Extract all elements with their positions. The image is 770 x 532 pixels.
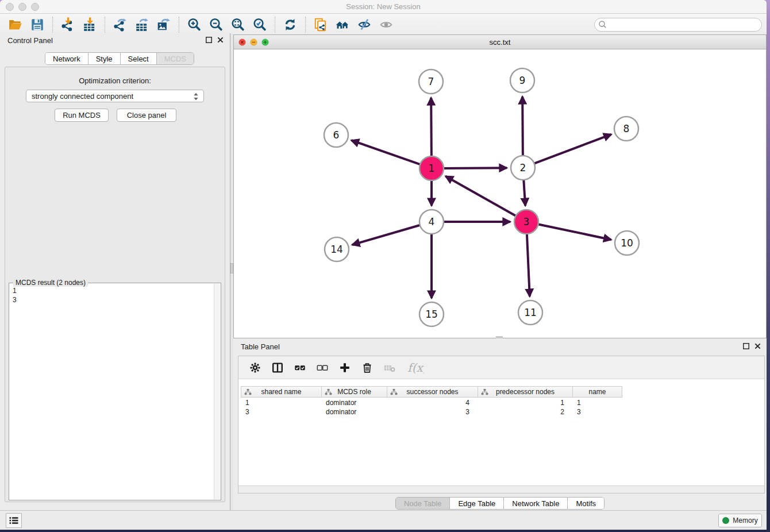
node-label-10: 10 — [621, 237, 633, 249]
show-columns-button[interactable] — [270, 360, 285, 375]
column-header-shared-name[interactable]: shared name — [241, 387, 322, 397]
toolbar-separator — [275, 17, 275, 33]
cell-name[interactable]: 1 — [572, 398, 621, 407]
column-header-MCDS-role[interactable]: MCDS role — [322, 387, 387, 397]
table-panel-title: Table Panel — [241, 342, 280, 351]
refresh-layout-button[interactable] — [279, 16, 301, 34]
column-header-successor-nodes[interactable]: successor nodes — [387, 387, 478, 397]
node-label-11: 11 — [524, 307, 537, 318]
column-header-name[interactable]: name — [573, 387, 622, 397]
float-panel-icon[interactable] — [205, 36, 213, 45]
edge-1-7[interactable] — [431, 98, 432, 158]
node-label-3: 3 — [523, 216, 530, 228]
main-toolbar — [0, 14, 767, 36]
select-all-checkboxes-button[interactable] — [292, 360, 307, 375]
cell-successor-nodes[interactable]: 3 — [387, 407, 478, 417]
save-session-button[interactable] — [26, 16, 48, 34]
add-column-button[interactable] — [337, 360, 352, 375]
edge-2-3[interactable] — [523, 178, 525, 206]
network-resize-handle[interactable] — [496, 336, 503, 338]
zoom-out-button[interactable] — [205, 16, 227, 34]
cell-name[interactable]: 3 — [572, 407, 621, 417]
cell-predecessor-nodes[interactable]: 2 — [478, 407, 572, 417]
close-panel-icon[interactable] — [217, 36, 224, 45]
task-history-button[interactable] — [6, 513, 22, 528]
edge-1-6[interactable] — [351, 140, 422, 165]
table-hscrollbar[interactable] — [238, 485, 764, 493]
node-label-7: 7 — [428, 76, 434, 87]
table-toolbar: f(x) — [238, 356, 764, 379]
toolbar-separator — [179, 17, 179, 33]
edge-3-10[interactable] — [537, 224, 611, 240]
control-panel-tabs: NetworkStyleSelectMCDS — [45, 52, 194, 65]
zoom-selected-button[interactable] — [249, 16, 271, 34]
export-image-button[interactable] — [153, 16, 175, 34]
tab-node-table[interactable]: Node Table — [396, 498, 451, 509]
cell-MCDS-role[interactable]: dominator — [321, 398, 387, 407]
edge-1-2[interactable] — [442, 168, 507, 168]
cell-successor-nodes[interactable]: 4 — [387, 398, 478, 407]
tab-select[interactable]: Select — [121, 53, 157, 64]
app-titlebar: Session: New Session — [0, 0, 767, 14]
delete-column-button[interactable] — [360, 360, 375, 375]
table-panel-header: Table Panel — [233, 340, 767, 354]
zoom-in-button[interactable] — [183, 16, 205, 34]
node-table-block: f(x) shared nameMCDS rolesuccessor nodes… — [238, 356, 765, 494]
control-panel-header: Control Panel — [0, 33, 230, 48]
table-column-headers: shared nameMCDS rolesuccessor nodesprede… — [241, 386, 622, 398]
import-table-button[interactable] — [79, 16, 101, 34]
node-label-14: 14 — [330, 244, 343, 255]
edge-3-11[interactable] — [527, 232, 530, 296]
edge-4-14[interactable] — [352, 225, 422, 245]
node-label-4: 4 — [429, 216, 435, 228]
close-panel-button[interactable]: Close panel — [117, 109, 176, 122]
settings-gear-button[interactable] — [248, 360, 263, 375]
search-input[interactable] — [594, 18, 762, 32]
show-all-button — [375, 16, 397, 34]
tab-network-table[interactable]: Network Table — [504, 498, 568, 509]
status-bar: Memory — [0, 510, 767, 530]
float-table-panel-icon[interactable] — [742, 342, 750, 352]
node-label-15: 15 — [425, 309, 438, 320]
edge-2-9[interactable] — [522, 97, 523, 157]
new-network-from-selection-button[interactable] — [310, 16, 332, 34]
network-canvas[interactable]: 7968124314101511 — [234, 49, 766, 338]
result-item[interactable]: 3 — [13, 295, 17, 304]
dropdown-value: strongly connected component — [32, 92, 133, 101]
edge-2-8[interactable] — [533, 134, 611, 164]
cell-shared-name[interactable]: 3 — [241, 407, 321, 417]
open-file-button[interactable] — [5, 16, 26, 34]
app-title: Session: New Session — [0, 2, 767, 11]
tab-motifs[interactable]: Motifs — [568, 498, 604, 509]
tab-network[interactable]: Network — [45, 53, 88, 64]
toolbar-separator — [52, 17, 53, 33]
memory-button[interactable]: Memory — [718, 514, 762, 527]
tab-edge-table[interactable]: Edge Table — [450, 498, 504, 509]
node-label-8: 8 — [623, 123, 630, 134]
toolbar-separator — [305, 17, 306, 33]
close-table-panel-icon[interactable] — [754, 342, 761, 352]
import-network-button[interactable] — [57, 16, 79, 34]
cell-shared-name[interactable]: 1 — [241, 398, 321, 407]
result-scrollbar[interactable] — [214, 284, 220, 499]
node-label-9: 9 — [519, 75, 526, 86]
table-tabs-bar: Node TableEdge TableNetwork TableMotifs — [233, 497, 767, 510]
hide-selected-button[interactable] — [353, 16, 375, 34]
column-header-predecessor-nodes[interactable]: predecessor nodes — [478, 387, 573, 397]
table-row[interactable]: 3dominator323 — [241, 407, 621, 417]
export-table-button[interactable] — [131, 16, 153, 34]
edge-3-1[interactable] — [445, 176, 517, 217]
result-item[interactable]: 1 — [13, 286, 17, 295]
optimization-criterion-select[interactable]: strongly connected component — [26, 90, 204, 102]
table-row[interactable]: 1dominator411 — [241, 398, 621, 407]
cell-MCDS-role[interactable]: dominator — [321, 407, 387, 417]
first-neighbors-button[interactable] — [332, 16, 353, 34]
table-rows: 1dominator4113dominator323 — [241, 398, 621, 417]
cell-predecessor-nodes[interactable]: 1 — [478, 398, 572, 407]
zoom-fit-button[interactable] — [227, 16, 249, 34]
run-mcds-button[interactable]: Run MCDS — [55, 109, 109, 122]
export-network-button[interactable] — [109, 16, 131, 34]
tab-mcds[interactable]: MCDS — [157, 53, 194, 64]
tab-style[interactable]: Style — [88, 53, 121, 64]
deselect-all-checkboxes-button[interactable] — [315, 360, 330, 375]
